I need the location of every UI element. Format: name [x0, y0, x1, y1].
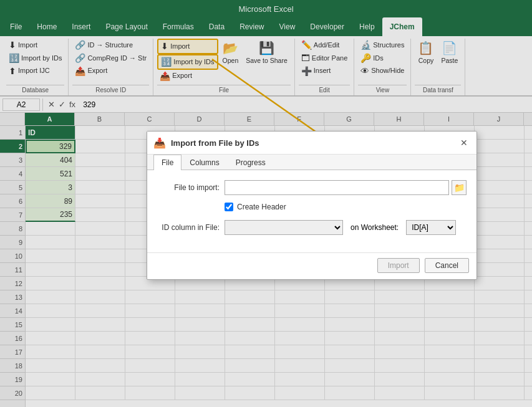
- dialog-tabs: File Columns Progress: [147, 155, 476, 170]
- dialog-close-button[interactable]: ✕: [458, 136, 470, 149]
- dialog-body: File to import: 📁 Create Header ID colum…: [147, 170, 476, 250]
- dialog-import-button[interactable]: Import: [377, 258, 420, 273]
- file-import-input[interactable]: [225, 180, 449, 195]
- browse-folder-button[interactable]: 📁: [452, 180, 467, 195]
- dialog-footer: Import Cancel: [147, 252, 476, 279]
- id-column-select[interactable]: [225, 220, 343, 235]
- folder-icon: 📁: [454, 183, 465, 193]
- create-header-row: Create Header: [157, 203, 467, 211]
- file-import-label: File to import:: [157, 183, 220, 192]
- dialog-cancel-button[interactable]: Cancel: [425, 258, 469, 273]
- id-column-row: ID column in File: on Worksheet: ID[A]: [157, 220, 467, 235]
- on-worksheet-text: on Worksheet:: [351, 223, 399, 232]
- file-input-wrap: 📁: [225, 180, 467, 195]
- dialog-title-icon: 📥: [153, 137, 166, 149]
- dialog-tab-progress[interactable]: Progress: [228, 155, 274, 170]
- id-column-wrap: on Worksheet: ID[A]: [225, 220, 467, 235]
- dialog-tab-file[interactable]: File: [153, 155, 181, 170]
- file-import-row: File to import: 📁: [157, 180, 467, 195]
- id-column-label: ID column in File:: [157, 223, 220, 232]
- dialog-title-bar: 📥 Import from File by IDs ✕: [147, 132, 476, 155]
- dialog-tab-columns[interactable]: Columns: [181, 155, 227, 170]
- create-header-checkbox[interactable]: [225, 203, 233, 211]
- import-from-file-dialog: 📥 Import from File by IDs ✕ File Columns…: [147, 131, 477, 280]
- worksheet-select[interactable]: ID[A]: [406, 220, 456, 235]
- dialog-title-text: Import from File by IDs: [171, 138, 453, 148]
- create-header-label: Create Header: [237, 203, 286, 211]
